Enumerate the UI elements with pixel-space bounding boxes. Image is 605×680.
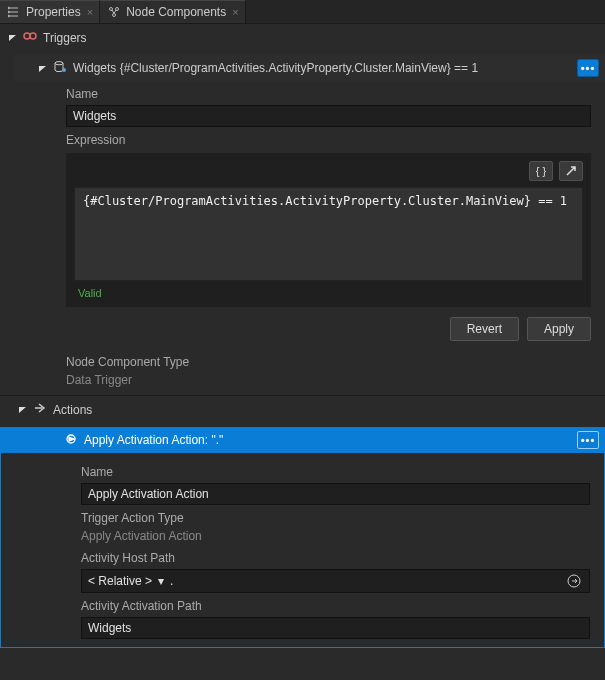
svg-point-14 bbox=[62, 68, 66, 72]
triggers-icon bbox=[23, 30, 37, 45]
revert-button[interactable]: Revert bbox=[450, 317, 519, 341]
svg-point-4 bbox=[8, 11, 10, 13]
name-field[interactable]: Apply Activation Action bbox=[81, 483, 590, 505]
action-title: Apply Activation Action: "." bbox=[84, 433, 223, 447]
node-component-type-value: Data Trigger bbox=[66, 373, 591, 387]
svg-point-8 bbox=[113, 14, 116, 17]
chevron-down-icon bbox=[38, 64, 47, 73]
activity-activation-path-field[interactable]: Widgets bbox=[81, 617, 590, 639]
actions-heading: Actions bbox=[53, 403, 92, 417]
navigate-button[interactable] bbox=[565, 572, 583, 590]
path-mode-dropdown[interactable]: < Relative > ▾ bbox=[88, 574, 164, 588]
name-label: Name bbox=[81, 465, 590, 479]
node-component-type-label: Node Component Type bbox=[66, 355, 591, 369]
database-icon bbox=[53, 61, 67, 76]
activity-host-path-field[interactable]: < Relative > ▾ . bbox=[81, 569, 590, 593]
name-label: Name bbox=[66, 87, 591, 101]
nodes-icon bbox=[108, 6, 120, 18]
trigger-form: Name Widgets Expression { } {#Cluster/Pr… bbox=[14, 87, 605, 387]
braces-button[interactable]: { } bbox=[529, 161, 553, 181]
arrow-icon bbox=[33, 402, 47, 417]
expand-button[interactable] bbox=[559, 161, 583, 181]
trigger-title: Widgets {#Cluster/ProgramActivities.Acti… bbox=[73, 61, 478, 75]
triggers-section-header[interactable]: Triggers bbox=[0, 24, 605, 51]
expression-label: Expression bbox=[66, 133, 591, 147]
svg-point-12 bbox=[30, 33, 36, 39]
svg-point-13 bbox=[55, 61, 63, 64]
activation-icon bbox=[64, 433, 78, 448]
chevron-down-icon bbox=[8, 33, 17, 42]
more-button[interactable]: ••• bbox=[577, 431, 599, 449]
activity-host-path-label: Activity Host Path bbox=[81, 551, 590, 565]
svg-line-10 bbox=[114, 10, 116, 14]
tab-label: Properties bbox=[26, 5, 81, 19]
more-button[interactable]: ••• bbox=[577, 59, 599, 77]
tab-bar: Properties × Node Components × bbox=[0, 0, 605, 24]
close-icon[interactable]: × bbox=[232, 6, 238, 18]
trigger-item-header[interactable]: Widgets {#Cluster/ProgramActivities.Acti… bbox=[14, 55, 605, 81]
chevron-down-icon: ▾ bbox=[158, 574, 164, 588]
expression-validity: Valid bbox=[74, 287, 583, 299]
chevron-down-icon bbox=[18, 405, 27, 414]
list-icon bbox=[8, 6, 20, 18]
svg-line-9 bbox=[112, 10, 114, 14]
actions-section-header[interactable]: Actions bbox=[0, 396, 605, 423]
name-field[interactable]: Widgets bbox=[66, 105, 591, 127]
trigger-action-type-value: Apply Activation Action bbox=[81, 529, 590, 543]
close-icon[interactable]: × bbox=[87, 6, 93, 18]
svg-point-5 bbox=[8, 15, 10, 17]
tab-properties[interactable]: Properties × bbox=[0, 0, 100, 23]
action-form: Name Apply Activation Action Trigger Act… bbox=[1, 453, 604, 647]
apply-button[interactable]: Apply bbox=[527, 317, 591, 341]
svg-point-11 bbox=[24, 33, 30, 39]
svg-point-3 bbox=[8, 7, 10, 9]
expression-box: { } {#Cluster/ProgramActivities.Activity… bbox=[66, 153, 591, 307]
tab-label: Node Components bbox=[126, 5, 226, 19]
activity-activation-path-label: Activity Activation Path bbox=[81, 599, 590, 613]
triggers-heading: Triggers bbox=[43, 31, 87, 45]
tab-node-components[interactable]: Node Components × bbox=[100, 0, 246, 23]
expression-editor[interactable]: {#Cluster/ProgramActivities.ActivityProp… bbox=[74, 187, 583, 281]
action-item-header[interactable]: Apply Activation Action: "." ••• bbox=[0, 427, 605, 453]
trigger-action-type-label: Trigger Action Type bbox=[81, 511, 590, 525]
